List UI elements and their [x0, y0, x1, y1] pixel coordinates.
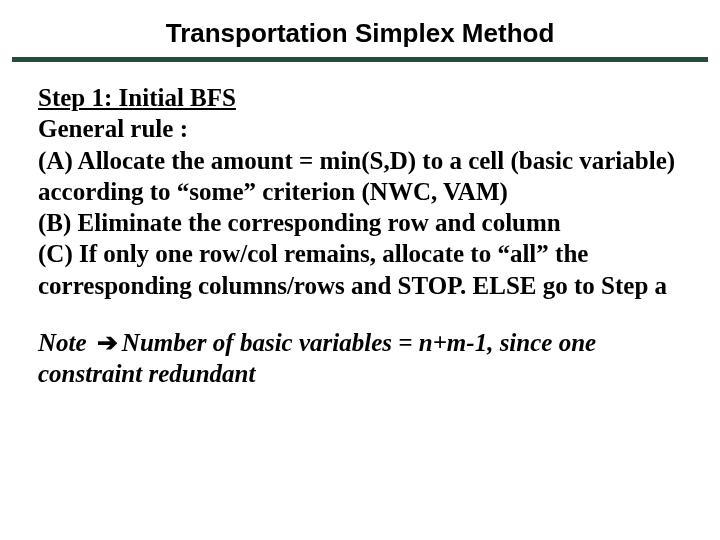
note-text: Number of basic variables = n+m-1, since… — [38, 329, 596, 387]
slide-body: Step 1: Initial BFS General rule : (A) A… — [0, 82, 720, 389]
arrow-right-icon: ➔ — [93, 327, 122, 358]
note-line: Note ➔Number of basic variables = n+m-1,… — [38, 327, 682, 390]
step-heading: Step 1: Initial BFS — [38, 84, 236, 111]
rule-item-c: (C) If only one row/col remains, allocat… — [38, 238, 682, 301]
general-rule-label: General rule : — [38, 113, 682, 144]
title-underline-rule — [12, 57, 708, 62]
rule-item-b: (B) Eliminate the corresponding row and … — [38, 207, 682, 238]
note-prefix: Note — [38, 329, 87, 356]
rule-item-a: (A) Allocate the amount = min(S,D) to a … — [38, 145, 682, 208]
slide-title: Transportation Simplex Method — [0, 18, 720, 57]
